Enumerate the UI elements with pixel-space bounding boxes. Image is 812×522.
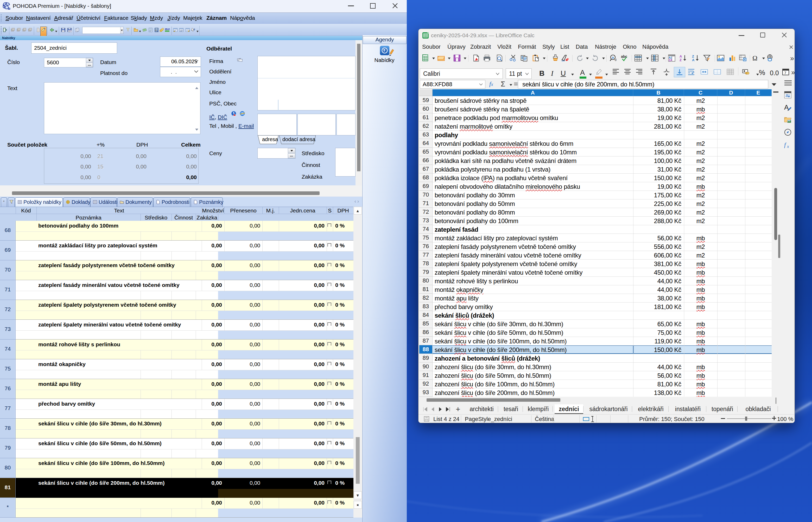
svg-text:IBAN: IBAN <box>165 28 170 31</box>
svg-text:A: A <box>680 55 682 58</box>
svg-text:?: ? <box>193 28 195 31</box>
svg-text:d: d <box>615 58 617 62</box>
svg-text:Ω: Ω <box>752 55 757 62</box>
svg-text:abc: abc <box>621 55 627 59</box>
svg-text:f: f <box>784 142 787 148</box>
svg-text:A: A <box>692 58 695 62</box>
svg-text:Z: Z <box>692 55 694 58</box>
svg-text:a: a <box>612 56 614 59</box>
svg-text:Z: Z <box>680 58 682 62</box>
svg-text:x: x <box>787 144 789 149</box>
svg-text:7: 7 <box>784 71 786 75</box>
